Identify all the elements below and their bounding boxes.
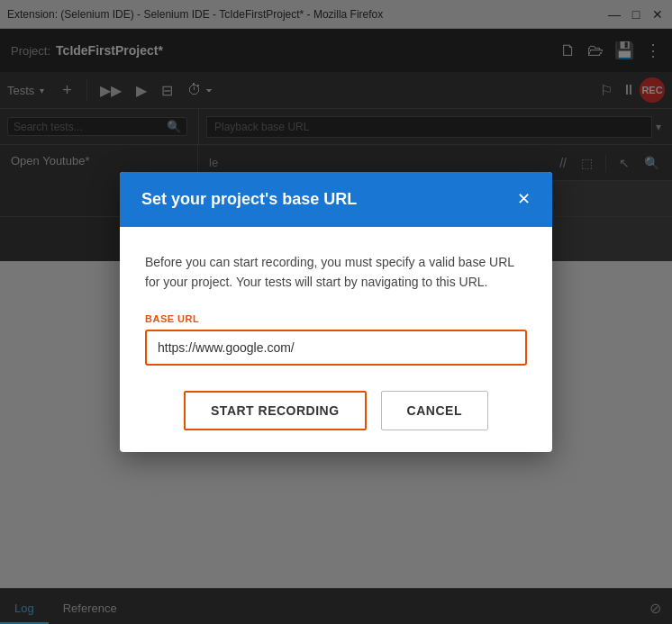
base-url-label: BASE URL <box>145 313 527 324</box>
modal-close-button[interactable]: ✕ <box>517 191 531 207</box>
modal-header: Set your project's base URL ✕ <box>120 172 552 227</box>
modal-title: Set your project's base URL <box>141 190 357 209</box>
modal-dialog: Set your project's base URL ✕ Before you… <box>120 172 552 453</box>
modal-description: Before you can start recording, you must… <box>145 252 527 293</box>
modal-body: Before you can start recording, you must… <box>120 227 552 453</box>
cancel-button[interactable]: CANCEL <box>381 391 488 430</box>
modal-actions: START RECORDING CANCEL <box>145 391 527 430</box>
base-url-input[interactable] <box>145 330 527 366</box>
start-recording-button[interactable]: START RECORDING <box>184 391 367 430</box>
modal-overlay: Set your project's base URL ✕ Before you… <box>0 0 672 624</box>
